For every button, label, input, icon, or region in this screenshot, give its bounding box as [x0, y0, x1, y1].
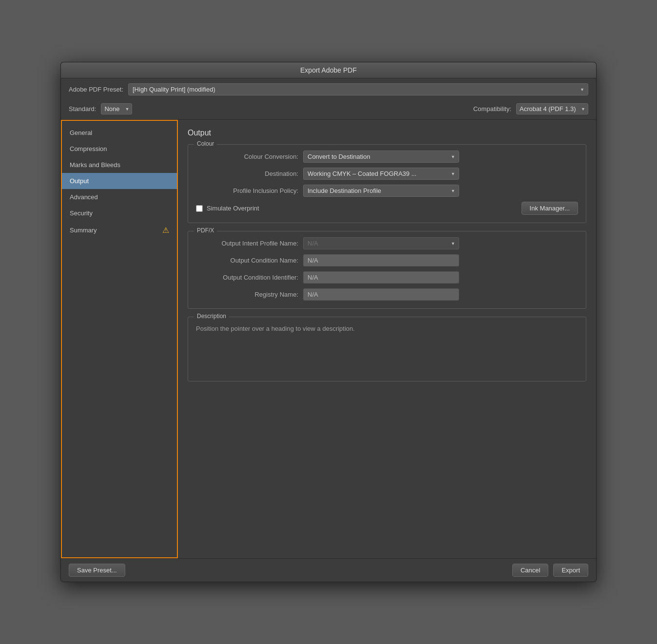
- main-content: General Compression Marks and Bleeds Out…: [61, 120, 596, 558]
- output-intent-label: Output Intent Profile Name:: [196, 240, 298, 247]
- colour-group-label: Colour: [194, 140, 217, 147]
- compatibility-select[interactable]: Acrobat 4 (PDF 1.3): [516, 103, 588, 114]
- compatibility-select-wrapper: Acrobat 4 (PDF 1.3): [516, 103, 588, 114]
- destination-select-wrapper: Working CMYK – Coated FOGRA39 ...: [303, 168, 459, 180]
- cancel-button[interactable]: Cancel: [512, 564, 548, 577]
- registry-name-row: Registry Name:: [196, 288, 578, 301]
- output-condition-id-row: Output Condition Identifier:: [196, 271, 578, 284]
- profile-inclusion-select[interactable]: Include Destination Profile: [303, 185, 459, 197]
- description-group-label: Description: [194, 313, 229, 320]
- sidebar-item-summary[interactable]: Summary ⚠: [62, 221, 177, 239]
- output-intent-select-wrapper: N/A: [303, 237, 459, 249]
- sidebar-item-label: Advanced: [70, 193, 98, 201]
- sidebar-item-label: General: [70, 129, 92, 136]
- sidebar-item-output[interactable]: Output: [62, 173, 177, 189]
- pdfx-group: PDF/X Output Intent Profile Name: N/A Ou…: [188, 231, 586, 309]
- colour-conversion-row: Colour Conversion: Convert to Destinatio…: [196, 151, 578, 163]
- standard-select-wrapper: None: [101, 103, 132, 114]
- profile-inclusion-row: Profile Inclusion Policy: Include Destin…: [196, 185, 578, 197]
- destination-row: Destination: Working CMYK – Coated FOGRA…: [196, 168, 578, 180]
- colour-conversion-label: Colour Conversion:: [196, 153, 298, 160]
- preset-select-wrapper: [High Quality Print] (modified): [128, 83, 588, 95]
- standard-label: Standard:: [69, 105, 96, 113]
- content-area: Output Colour Colour Conversion: Convert…: [178, 120, 596, 558]
- simulate-row: Simulate Overprint Ink Manager...: [196, 202, 578, 215]
- simulate-left: Simulate Overprint: [196, 205, 259, 212]
- pdfx-group-label: PDF/X: [194, 227, 217, 234]
- output-condition-name-label: Output Condition Name:: [196, 257, 298, 264]
- colour-conversion-select[interactable]: Convert to Destination: [303, 151, 459, 163]
- sidebar-item-label: Marks and Bleeds: [70, 161, 120, 169]
- output-condition-id-label: Output Condition Identifier:: [196, 274, 298, 281]
- simulate-overprint-label: Simulate Overprint: [207, 205, 259, 212]
- export-button[interactable]: Export: [553, 564, 588, 577]
- preset-label: Adobe PDF Preset:: [69, 86, 123, 93]
- sidebar: General Compression Marks and Bleeds Out…: [61, 120, 178, 558]
- sidebar-item-marks-and-bleeds[interactable]: Marks and Bleeds: [62, 157, 177, 173]
- compatibility-label: Compatibility:: [473, 105, 511, 113]
- ink-manager-button[interactable]: Ink Manager...: [522, 202, 578, 215]
- profile-inclusion-select-wrapper: Include Destination Profile: [303, 185, 459, 197]
- top-section: Adobe PDF Preset: [High Quality Print] (…: [61, 78, 596, 120]
- simulate-overprint-checkbox[interactable]: [196, 205, 203, 212]
- description-group: Description Position the pointer over a …: [188, 317, 586, 381]
- output-condition-name-row: Output Condition Name:: [196, 254, 578, 266]
- description-text: Position the pointer over a heading to v…: [196, 323, 578, 334]
- colour-group: Colour Colour Conversion: Convert to Des…: [188, 144, 586, 223]
- destination-select[interactable]: Working CMYK – Coated FOGRA39 ...: [303, 168, 459, 180]
- sidebar-item-label: Security: [70, 209, 93, 217]
- output-intent-row: Output Intent Profile Name: N/A: [196, 237, 578, 249]
- sidebar-item-general[interactable]: General: [62, 125, 177, 141]
- sidebar-item-label: Output: [70, 177, 89, 185]
- output-condition-id-input[interactable]: [303, 271, 459, 284]
- sidebar-item-security[interactable]: Security: [62, 205, 177, 221]
- bottom-bar: Save Preset... Cancel Export: [61, 558, 596, 582]
- warning-icon: ⚠: [162, 226, 169, 235]
- profile-inclusion-label: Profile Inclusion Policy:: [196, 187, 298, 194]
- bottom-right: Cancel Export: [512, 564, 588, 577]
- sidebar-item-label: Summary: [70, 227, 97, 234]
- dialog-title: Export Adobe PDF: [300, 66, 357, 74]
- save-preset-button[interactable]: Save Preset...: [69, 564, 125, 577]
- title-bar: Export Adobe PDF: [61, 62, 596, 78]
- standard-select[interactable]: None: [101, 103, 132, 114]
- registry-name-input[interactable]: [303, 288, 459, 301]
- registry-name-label: Registry Name:: [196, 291, 298, 298]
- sidebar-item-advanced[interactable]: Advanced: [62, 189, 177, 205]
- colour-conversion-select-wrapper: Convert to Destination: [303, 151, 459, 163]
- output-intent-select[interactable]: N/A: [303, 237, 459, 249]
- preset-select[interactable]: [High Quality Print] (modified): [128, 83, 588, 95]
- content-title: Output: [188, 129, 586, 137]
- sidebar-item-label: Compression: [70, 145, 107, 152]
- sidebar-item-compression[interactable]: Compression: [62, 141, 177, 157]
- output-condition-name-input[interactable]: [303, 254, 459, 266]
- export-pdf-dialog: Export Adobe PDF Adobe PDF Preset: [High…: [60, 62, 597, 582]
- destination-label: Destination:: [196, 170, 298, 177]
